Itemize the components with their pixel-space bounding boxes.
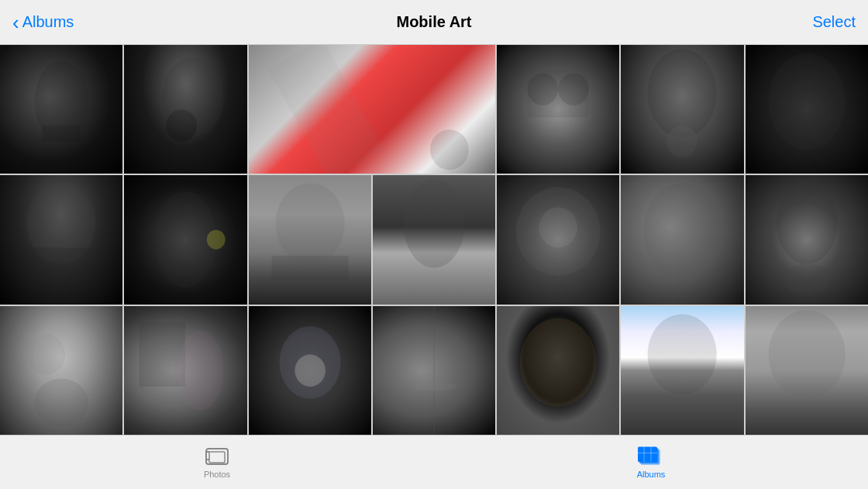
svg-rect-17	[271, 256, 348, 280]
photo-item[interactable]	[373, 175, 495, 304]
photo-item[interactable]	[746, 45, 868, 174]
select-button[interactable]: Select	[812, 13, 856, 31]
photo-item[interactable]	[249, 45, 496, 174]
svg-point-18	[403, 180, 464, 268]
back-label: Albums	[22, 13, 74, 31]
svg-rect-36	[209, 452, 225, 463]
navigation-bar: ‹ Albums Mobile Art Select	[0, 0, 868, 45]
photo-item[interactable]	[124, 175, 246, 304]
svg-point-15	[207, 230, 226, 250]
photos-tab-label: Photos	[204, 470, 230, 479]
svg-point-32	[520, 318, 597, 406]
svg-point-25	[35, 378, 88, 426]
svg-point-20	[539, 208, 577, 248]
svg-point-31	[411, 382, 456, 390]
photo-item[interactable]	[249, 306, 371, 435]
svg-rect-1	[42, 126, 80, 142]
svg-point-34	[768, 310, 845, 398]
svg-rect-13	[31, 248, 92, 281]
page-title: Mobile Art	[396, 13, 471, 31]
photo-item[interactable]	[497, 175, 619, 304]
photo-item[interactable]	[621, 306, 743, 435]
photo-item[interactable]	[373, 306, 495, 435]
svg-point-5	[430, 129, 469, 170]
tab-bar: Photos Albums	[0, 435, 868, 489]
svg-point-29	[294, 354, 326, 387]
photo-item[interactable]	[249, 175, 371, 304]
photo-item[interactable]	[0, 306, 122, 435]
photo-item[interactable]	[497, 306, 619, 435]
svg-point-22	[776, 184, 837, 264]
photo-item[interactable]	[124, 306, 246, 435]
photo-item[interactable]	[621, 45, 743, 174]
back-button[interactable]: ‹ Albums	[12, 12, 74, 33]
svg-rect-41	[638, 446, 657, 462]
tab-photos[interactable]: Photos	[170, 446, 264, 479]
photo-item[interactable]	[0, 45, 122, 174]
svg-point-10	[667, 126, 698, 158]
svg-point-9	[648, 49, 717, 137]
svg-point-3	[167, 109, 198, 142]
chevron-left-icon: ‹	[12, 12, 19, 33]
svg-point-7	[528, 73, 559, 105]
photo-item[interactable]	[0, 175, 122, 304]
photo-item[interactable]	[746, 306, 868, 435]
svg-rect-4	[268, 45, 384, 174]
svg-point-24	[27, 334, 65, 374]
svg-point-16	[275, 184, 344, 264]
albums-tab-icon	[638, 446, 664, 467]
svg-point-33	[648, 314, 717, 394]
photos-tab-icon	[204, 446, 230, 467]
svg-point-23	[784, 264, 829, 297]
albums-tab-label: Albums	[637, 470, 666, 479]
svg-point-8	[558, 73, 589, 105]
photo-grid	[0, 45, 868, 435]
photo-item[interactable]	[497, 45, 619, 174]
svg-point-11	[768, 53, 845, 150]
photo-item[interactable]	[621, 175, 743, 304]
svg-point-21	[644, 184, 721, 281]
svg-point-27	[178, 330, 224, 411]
photo-item[interactable]	[124, 45, 246, 174]
photo-item[interactable]	[746, 175, 868, 304]
tab-albums[interactable]: Albums	[604, 446, 698, 479]
